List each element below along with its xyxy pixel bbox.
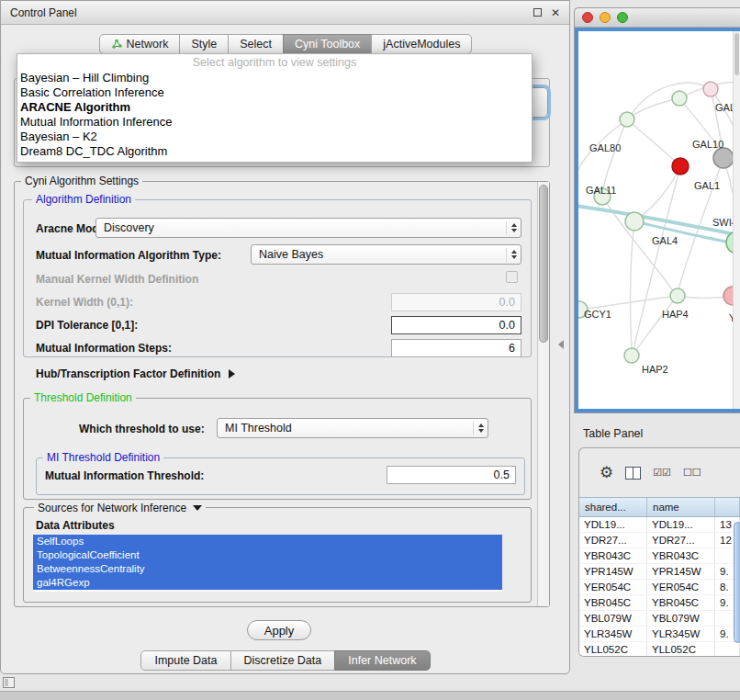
main-tab-bar: Network Style Select Cyni Toolbox jActiv… [1, 34, 571, 54]
sources-group-toggle[interactable]: Sources for Network Inference [34, 502, 206, 514]
table-row[interactable]: YPR145WYPR145W9. [579, 564, 740, 580]
tab-cyni-toolbox[interactable]: Cyni Toolbox [283, 34, 372, 54]
splitter-collapse-arrow[interactable] [558, 340, 564, 349]
manual-kernel-label: Manual Kernel Width Definition [36, 273, 198, 286]
node-label: GAL80 [589, 142, 621, 153]
node-circle [703, 82, 718, 96]
table-header-row: shared... name [579, 497, 740, 517]
table-row[interactable]: YER054CYER054C8. [579, 580, 740, 595]
hub-section-toggle[interactable]: Hub/Transcription Factor Definition [36, 367, 235, 380]
cell: YBR045C [579, 595, 647, 610]
settings-scrollbar[interactable] [537, 182, 549, 606]
algorithm-option-selected[interactable]: ARACNE Algorithm [17, 100, 532, 115]
window-controls: ✕ [533, 7, 560, 18]
apply-button[interactable]: Apply [247, 620, 311, 640]
algorithm-select-popup: Select algorithm to view settings Bayesi… [17, 53, 533, 163]
float-panel-icon[interactable] [533, 8, 542, 17]
column-header[interactable]: shared... [579, 498, 647, 516]
table-row[interactable]: YBR045CYBR045C9. [579, 595, 740, 611]
bottom-tab-bar: Impute Data Discretize Data Infer Networ… [1, 650, 571, 671]
tab-label: Discretize Data [244, 654, 322, 667]
tab-label: Infer Network [348, 654, 416, 667]
table-row[interactable]: YBL079WYBL079W [579, 611, 740, 627]
algorithm-option[interactable]: Basic Correlation Inference [17, 85, 532, 100]
table-panel-title: Table Panel [583, 427, 643, 440]
table-row[interactable]: YBR043CYBR043C [579, 548, 740, 564]
cell: YBL079W [647, 611, 715, 626]
tab-infer-network[interactable]: Infer Network [334, 650, 430, 671]
table-scrollbar-thumb[interactable] [734, 522, 740, 643]
node-label: GAL1 [694, 180, 720, 191]
tab-network[interactable]: Network [99, 34, 181, 54]
tab-label: jActiveModules [383, 38, 460, 51]
cell: YBL079W [579, 611, 647, 626]
tab-discretize-data[interactable]: Discretize Data [230, 650, 336, 671]
algorithm-option[interactable]: Bayesian – K2 [17, 130, 532, 144]
dpi-tolerance-field[interactable]: 0.0 [391, 316, 521, 334]
mi-threshold-label: Mutual Information Threshold: [45, 469, 204, 482]
node-circle [672, 158, 689, 175]
cell: YBR045C [647, 595, 715, 610]
attribute-item-selected[interactable]: TopologicalCoefficient [33, 548, 502, 562]
attribute-item-selected[interactable]: SelfLoops [33, 535, 502, 548]
kernel-width-label: Kernel Width (0,1): [36, 296, 133, 309]
tab-select[interactable]: Select [228, 34, 284, 54]
close-traffic-light-icon[interactable] [582, 12, 593, 23]
panel-title: Control Panel [10, 6, 77, 19]
network-window-titlebar[interactable] [575, 8, 740, 28]
algorithm-option[interactable]: Dream8 DC_TDC Algorithm [17, 144, 532, 159]
table-panel: ⚙ ☑☑ ☐☐ shared... name YDL19...YDL19...1… [578, 447, 740, 657]
table-row[interactable]: YLR345WYLR345W9. [579, 627, 740, 642]
cell: YDR27... [647, 533, 715, 548]
node-label: GAL11 [586, 185, 616, 196]
zoom-traffic-light-icon[interactable] [617, 12, 628, 23]
network-canvas[interactable]: GAL8 GAL80 GAL10 GAL11 GAL1 SWI4 GAL4 GC… [575, 28, 740, 412]
node-label: HAP4 [662, 309, 689, 320]
tab-impute-data[interactable]: Impute Data [140, 650, 230, 671]
which-threshold-select[interactable]: MI Threshold [217, 418, 488, 438]
mi-threshold-field[interactable]: 0.5 [387, 466, 516, 484]
data-attributes-list[interactable]: SelfLoops TopologicalCoefficient Between… [33, 535, 502, 592]
network-scrollbar[interactable] [733, 31, 740, 409]
cell: YLL052C [647, 642, 715, 657]
tab-label: Style [191, 38, 217, 51]
select-all-icon[interactable]: ☑☑ [653, 467, 671, 479]
node-circle [620, 112, 634, 127]
attribute-item-selected[interactable]: BetweennessCentrality [33, 562, 502, 576]
desktop: Control Panel ✕ Network Style Select Cyn… [0, 0, 740, 700]
control-panel-titlebar[interactable]: Control Panel ✕ [1, 1, 569, 25]
cell: YDL19... [647, 517, 715, 532]
cell: YPR145W [647, 564, 715, 579]
threshold-definition-title: Threshold Definition [30, 391, 136, 404]
mi-steps-field[interactable]: 6 [391, 339, 521, 357]
mi-type-label: Mutual Information Algorithm Type: [36, 249, 221, 262]
algorithm-option[interactable]: Bayesian – Hill Climbing [17, 71, 532, 85]
node-label: HAP2 [642, 364, 668, 375]
algorithm-option[interactable]: Mutual Information Inference [17, 115, 532, 130]
node-circle [672, 91, 687, 106]
mi-type-select[interactable]: Naive Bayes [251, 244, 521, 265]
gear-icon[interactable]: ⚙ [600, 465, 613, 480]
table-row[interactable]: YDL19...YDL19...13 [579, 517, 740, 533]
tab-label: Cyni Toolbox [295, 38, 360, 51]
attribute-item-selected[interactable]: gal4RGexp [33, 576, 502, 590]
table-row[interactable]: YDR27...YDR27...12 [579, 533, 740, 548]
panel-dock-icon[interactable] [3, 677, 15, 688]
node-label: GAL4 [652, 235, 678, 246]
aracne-mode-select[interactable]: Discovery [95, 218, 521, 238]
node-label: GCY1 [584, 309, 611, 320]
tab-style[interactable]: Style [179, 34, 229, 54]
tab-jactivemodules[interactable]: jActiveModules [371, 34, 472, 54]
settings-scrollbar-thumb[interactable] [539, 185, 548, 343]
close-panel-icon[interactable]: ✕ [551, 7, 560, 18]
node-circle [625, 212, 644, 231]
mi-type-value: Naive Bayes [259, 248, 506, 261]
minimize-traffic-light-icon[interactable] [600, 12, 611, 23]
table-row[interactable]: YLL052CYLL052C [579, 642, 740, 657]
network-scrollbar-thumb[interactable] [734, 33, 739, 75]
column-header[interactable]: name [647, 498, 715, 516]
aracne-mode-value: Discovery [104, 221, 506, 234]
deselect-all-icon[interactable]: ☐☐ [683, 467, 701, 479]
column-header[interactable] [715, 498, 740, 516]
columns-icon[interactable] [625, 467, 641, 480]
